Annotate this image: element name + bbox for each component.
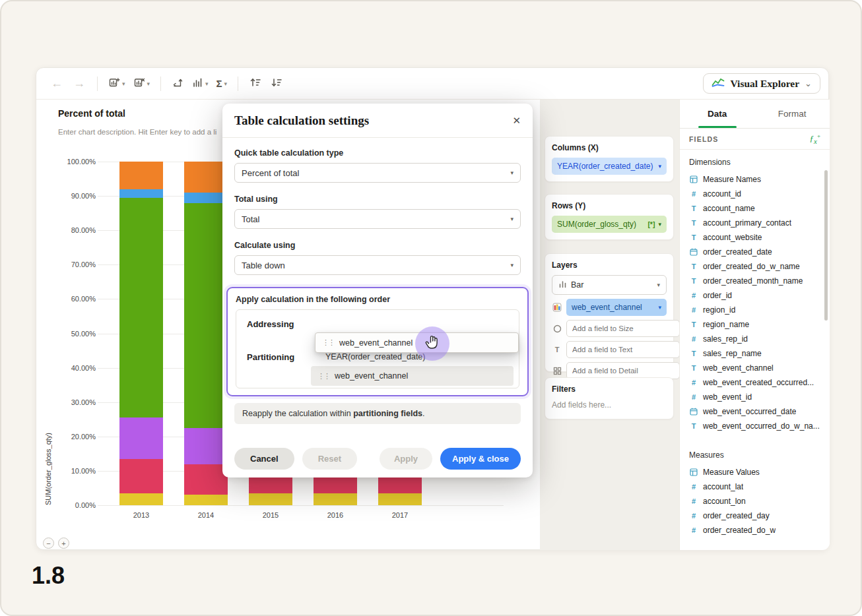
- segment-green[interactable]: [184, 203, 228, 428]
- segment-purple[interactable]: [119, 417, 163, 459]
- duplicate-chart-button[interactable]: ▾: [104, 74, 129, 94]
- zoom-in-button[interactable]: +: [58, 538, 69, 549]
- swap-axes-button[interactable]: [168, 74, 187, 94]
- calculate-using-select[interactable]: Table down ▾: [234, 255, 521, 275]
- zoom-out-button[interactable]: −: [43, 538, 54, 549]
- duplicate-chart-icon: [108, 77, 120, 90]
- field-item[interactable]: order_created_date: [689, 245, 820, 259]
- segment-yellow[interactable]: [378, 493, 422, 505]
- chart-type-button[interactable]: ▾: [187, 74, 213, 94]
- total-using-label: Total using: [234, 195, 521, 204]
- caret-down-icon[interactable]: ▾: [658, 221, 661, 228]
- field-item[interactable]: #order_created_day: [689, 508, 820, 523]
- sort-descending-button[interactable]: [266, 74, 287, 94]
- addressing-label: Addressing: [247, 319, 294, 329]
- field-item[interactable]: #sales_rep_id: [689, 332, 820, 346]
- reset-button[interactable]: Reset: [302, 448, 357, 470]
- segment-green[interactable]: [119, 198, 163, 417]
- field-item[interactable]: Measure Names: [689, 172, 820, 187]
- modal-title: Table calculation settings: [234, 113, 369, 128]
- segment-orange[interactable]: [119, 162, 163, 189]
- field-item[interactable]: #account_lat: [689, 479, 820, 494]
- partitioning-item[interactable]: ⋮⋮ web_event_channel: [311, 366, 514, 386]
- segment-red[interactable]: [184, 464, 228, 495]
- calculate-using-value: Table down: [242, 261, 285, 270]
- rows-shelf: Rows (Y) SUM(order_gloss_qty) [*] ▾: [545, 194, 674, 240]
- field-name: order_created_date: [703, 247, 772, 257]
- segment-yellow[interactable]: [184, 495, 228, 505]
- caret-down-icon: ▾: [205, 80, 209, 87]
- filters-drop-hint[interactable]: Add fields here...: [552, 400, 667, 410]
- columns-pill[interactable]: YEAR(order_created_date) ▾: [552, 158, 667, 175]
- apply-button[interactable]: Apply: [380, 448, 432, 470]
- field-item[interactable]: Taccount_website: [689, 230, 820, 245]
- layer-type-select[interactable]: Bar ▾: [552, 275, 667, 295]
- field-item[interactable]: Torder_created_do_w_name: [689, 259, 820, 274]
- segment-yellow[interactable]: [249, 493, 292, 505]
- logo-caret-icon: ⌄: [805, 78, 812, 88]
- segment-yellow[interactable]: [119, 493, 163, 505]
- drag-handle-icon[interactable]: ⋮⋮: [322, 338, 334, 347]
- field-item[interactable]: #order_created_do_w: [689, 523, 820, 538]
- calc-type-select[interactable]: Percent of total ▾: [234, 163, 521, 183]
- field-item[interactable]: #account_id: [689, 187, 820, 201]
- field-item[interactable]: Tregion_name: [689, 317, 820, 332]
- remove-chart-button[interactable]: ▾: [129, 74, 154, 94]
- field-item[interactable]: web_event_occurred_date: [689, 404, 820, 419]
- tab-data[interactable]: Data: [680, 100, 755, 128]
- field-item[interactable]: Tweb_event_channel: [689, 361, 820, 375]
- apply-close-button[interactable]: Apply & close: [440, 448, 521, 470]
- columns-pill-label: YEAR(order_created_date): [557, 162, 653, 171]
- segment-blue[interactable]: [119, 189, 163, 198]
- field-item[interactable]: #order_id: [689, 288, 820, 303]
- bar-2013[interactable]: [119, 162, 163, 505]
- caret-down-icon[interactable]: ▾: [658, 304, 661, 311]
- partitioning-field[interactable]: YEAR(order_created_date): [325, 352, 425, 361]
- bar-2014[interactable]: [184, 162, 228, 505]
- field-item[interactable]: Tweb_event_occurred_do_w_na...: [689, 419, 820, 433]
- field-item[interactable]: #region_id: [689, 303, 820, 317]
- segment-yellow[interactable]: [314, 493, 357, 505]
- dragged-field-item[interactable]: ⋮⋮ web_event_channel: [315, 332, 519, 353]
- chart-title[interactable]: Percent of total: [58, 108, 125, 119]
- chart-description[interactable]: Enter chart description. Hit Enter key t…: [58, 128, 216, 136]
- modal-body: Quick table calculation type Percent of …: [222, 138, 533, 470]
- segment-orange[interactable]: [184, 162, 228, 193]
- text-field-input[interactable]: [566, 341, 680, 358]
- gridline: [98, 505, 504, 506]
- field-item[interactable]: Tsales_rep_name: [689, 346, 820, 361]
- field-item[interactable]: #web_event_created_occurred...: [689, 375, 820, 390]
- field-item[interactable]: #web_event_id: [689, 390, 820, 404]
- sidebar-scrollbar[interactable]: [824, 170, 828, 321]
- segment-blue[interactable]: [184, 193, 228, 203]
- num-field-icon: #: [689, 379, 698, 386]
- sort-ascending-button[interactable]: [245, 74, 266, 94]
- field-item[interactable]: Taccount_name: [689, 201, 820, 216]
- size-field-input[interactable]: [566, 320, 680, 337]
- rows-pill[interactable]: SUM(order_gloss_qty) [*] ▾: [552, 216, 667, 233]
- field-item[interactable]: Torder_created_month_name: [689, 274, 820, 288]
- field-item[interactable]: #account_lon: [689, 494, 820, 508]
- caret-down-icon: ▾: [510, 216, 514, 222]
- segment-purple[interactable]: [184, 428, 228, 464]
- x-tick-label: 2017: [378, 511, 422, 519]
- back-button[interactable]: ←: [46, 74, 68, 94]
- field-name: web_event_channel: [703, 363, 774, 373]
- field-item[interactable]: Measure Values: [689, 465, 820, 479]
- tab-format[interactable]: Format: [755, 100, 830, 128]
- forward-button[interactable]: →: [68, 74, 90, 94]
- app-logo[interactable]: Visual Explorer ⌄: [703, 73, 820, 94]
- drag-handle-icon[interactable]: ⋮⋮: [317, 372, 329, 381]
- layer-size-row: [552, 320, 667, 337]
- close-icon[interactable]: ✕: [512, 115, 521, 127]
- add-formula-button[interactable]: ƒx+: [810, 133, 820, 145]
- total-using-value: Total: [242, 214, 259, 224]
- y-tick-label: 70.00%: [71, 261, 96, 268]
- color-field-pill[interactable]: web_event_channel ▾: [566, 299, 667, 316]
- total-using-select[interactable]: Total ▾: [234, 209, 521, 229]
- aggregate-button[interactable]: Σ ▾: [213, 74, 232, 94]
- segment-red[interactable]: [119, 459, 163, 493]
- caret-down-icon[interactable]: ▾: [658, 163, 661, 169]
- field-item[interactable]: Taccount_primary_contact: [689, 216, 820, 230]
- cancel-button[interactable]: Cancel: [234, 448, 294, 470]
